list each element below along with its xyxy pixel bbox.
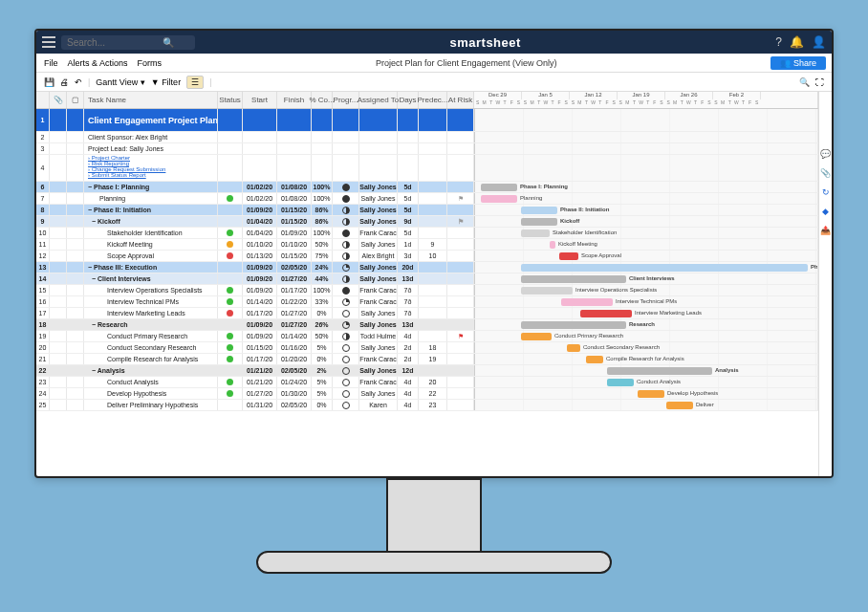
filter-button[interactable]: ▼ Filter <box>151 77 181 87</box>
col-assign[interactable]: Assigned To <box>359 92 398 108</box>
col-prog[interactable]: Progr... <box>333 92 359 108</box>
zoom-icon[interactable]: 🔍 <box>799 77 810 87</box>
attach-cell[interactable] <box>50 400 67 410</box>
attach-cell[interactable] <box>50 285 67 295</box>
col-finish[interactable]: Finish <box>277 92 312 108</box>
row-handle[interactable] <box>67 365 84 376</box>
task-name[interactable]: Planning <box>84 193 218 204</box>
task-name[interactable]: Deliver Preliminary Hypothesis <box>84 400 218 410</box>
attach-cell[interactable] <box>50 273 67 284</box>
task-row[interactable]: 7Planning01/02/2001/08/20100%Sally Jones… <box>36 193 832 205</box>
attach-cell[interactable] <box>50 365 67 376</box>
task-name[interactable]: − Research <box>84 319 218 330</box>
gantt-bar[interactable] <box>481 184 517 191</box>
gantt-bar[interactable] <box>521 275 626 283</box>
attach-cell[interactable] <box>50 216 67 227</box>
gantt-bar[interactable] <box>521 207 557 214</box>
gantt-cell[interactable]: Conduct Secondary Research <box>474 342 818 353</box>
gantt-cell[interactable]: Analysis <box>474 365 818 376</box>
rail-attachments-icon[interactable]: 📎 <box>820 168 831 178</box>
share-button[interactable]: 👥 Share <box>770 56 826 70</box>
gantt-bar[interactable] <box>521 333 552 340</box>
gantt-cell[interactable] <box>474 155 818 181</box>
gantt-bar[interactable] <box>567 344 580 352</box>
attach-cell[interactable] <box>50 143 67 154</box>
rail-activity-icon[interactable]: ↻ <box>822 187 830 197</box>
gantt-cell[interactable] <box>474 109 818 131</box>
gantt-bar[interactable] <box>481 195 517 203</box>
row-handle[interactable] <box>67 193 84 204</box>
row-handle[interactable] <box>67 388 84 399</box>
attach-cell[interactable] <box>50 205 67 215</box>
gantt-bar[interactable] <box>521 287 573 295</box>
gantt-bar[interactable] <box>638 390 664 398</box>
gantt-bar[interactable] <box>607 367 712 375</box>
col-pred[interactable]: Predec... <box>419 92 447 108</box>
col-pct[interactable]: % Co... <box>312 92 333 108</box>
task-name[interactable]: Conduct Analysis <box>84 377 218 387</box>
gantt-bar[interactable] <box>580 310 632 317</box>
task-row[interactable]: 23Conduct Analysis01/21/2001/24/205%Fran… <box>36 377 832 388</box>
gantt-cell[interactable]: Compile Research for Analysis <box>474 354 818 364</box>
search-icon[interactable]: 🔍 <box>163 37 174 48</box>
gantt-cell[interactable]: Deliver <box>474 400 818 410</box>
fullscreen-icon[interactable]: ⛶ <box>815 77 824 87</box>
task-row[interactable]: 18− Research01/09/2001/27/2026%Sally Jon… <box>36 319 832 331</box>
row-handle[interactable] <box>67 182 84 192</box>
gantt-cell[interactable]: Interview Marketing Leads <box>474 308 818 318</box>
row-handle[interactable] <box>67 239 84 250</box>
task-row[interactable]: 11Kickoff Meeting01/10/2001/10/2050%Sall… <box>36 239 832 251</box>
attach-cell[interactable] <box>50 193 67 204</box>
row-handle[interactable] <box>67 273 84 284</box>
row-handle[interactable] <box>67 319 84 330</box>
menu-file[interactable]: File <box>44 58 58 68</box>
highlight-toggle[interactable]: ☰ <box>186 76 204 89</box>
gantt-bar[interactable] <box>586 356 603 363</box>
attach-cell[interactable] <box>50 388 67 399</box>
gantt-cell[interactable]: Phase I: Planning <box>474 182 818 192</box>
task-name[interactable]: Interview Operations Specialists <box>84 285 218 295</box>
gantt-bar[interactable] <box>521 230 550 237</box>
rail-conversations-icon[interactable]: 💬 <box>820 149 831 159</box>
global-search[interactable]: 🔍 <box>61 35 195 50</box>
menu-hamburger-icon[interactable] <box>42 35 55 49</box>
project-link[interactable]: › Submit Status Report <box>88 172 146 178</box>
gantt-cell[interactable]: Client Interviews <box>474 273 818 284</box>
gantt-cell[interactable]: Interview Technical PMs <box>474 296 818 307</box>
gantt-cell[interactable]: Conduct Primary Research <box>474 331 818 341</box>
col-task[interactable]: Task Name <box>84 92 218 108</box>
help-icon[interactable]: ? <box>775 35 782 49</box>
task-name[interactable]: Conduct Secondary Research <box>84 342 218 353</box>
attach-cell[interactable] <box>50 132 67 142</box>
row-handle[interactable] <box>67 354 84 364</box>
task-row[interactable]: 22− Analysis01/21/2002/05/202%Sally Jone… <box>36 365 832 377</box>
attach-cell[interactable] <box>50 109 67 131</box>
rail-publish-icon[interactable]: 📤 <box>820 226 831 235</box>
attach-cell[interactable] <box>50 308 67 318</box>
task-name[interactable]: Develop Hypothesis <box>84 388 218 399</box>
row-handle[interactable] <box>67 205 84 215</box>
gantt-cell[interactable]: Interview Operations Specialists <box>474 285 818 295</box>
task-row[interactable]: 6− Phase I: Planning01/02/2001/08/20100%… <box>36 182 832 193</box>
gantt-bar[interactable] <box>666 402 693 409</box>
task-name[interactable]: − Client Interviews <box>84 273 218 284</box>
gantt-bar[interactable] <box>559 252 578 260</box>
menu-alerts[interactable]: Alerts & Actions <box>68 58 128 68</box>
task-row[interactable]: 25Deliver Preliminary Hypothesis01/31/20… <box>36 400 832 411</box>
attach-cell[interactable] <box>50 182 67 192</box>
row-handle[interactable] <box>67 216 84 227</box>
gantt-cell[interactable]: Kickoff Meeting <box>474 239 818 250</box>
bell-icon[interactable]: 🔔 <box>790 35 804 49</box>
gantt-cell[interactable]: Research <box>474 319 818 330</box>
task-row[interactable]: 21Compile Research for Analysis01/17/200… <box>36 354 832 365</box>
attach-cell[interactable] <box>50 319 67 330</box>
row-handle[interactable] <box>67 132 84 142</box>
gantt-bar[interactable] <box>550 241 555 249</box>
task-row[interactable]: 13− Phase III: Execution01/09/2002/05/20… <box>36 262 832 273</box>
gantt-cell[interactable]: Phase II: Initiation <box>474 205 818 215</box>
search-input[interactable] <box>67 37 163 48</box>
attach-cell[interactable] <box>50 155 67 181</box>
attach-cell[interactable] <box>50 331 67 341</box>
attach-cell[interactable] <box>50 251 67 261</box>
attach-cell[interactable] <box>50 228 67 238</box>
